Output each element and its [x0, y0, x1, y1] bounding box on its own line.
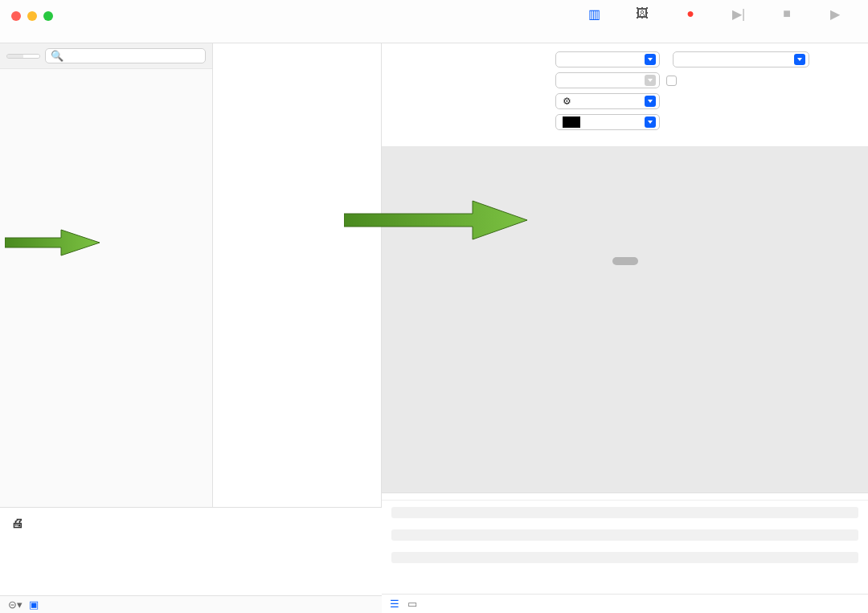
zoom-window-button[interactable]: [43, 11, 53, 21]
popup-input-is[interactable]: [555, 72, 660, 88]
workflow-mode-icon[interactable]: ▣: [29, 599, 39, 611]
search-input[interactable]: [67, 51, 200, 62]
tab-actions[interactable]: [7, 55, 23, 58]
preview-app-icon: 🖨: [11, 516, 23, 529]
log-view-list-icon[interactable]: ☰: [390, 598, 399, 610]
record-button[interactable]: ●: [674, 6, 707, 22]
checkbox-output-replaces[interactable]: [666, 76, 677, 86]
sidebar-bottom-bar: ⊝▾ ▣: [0, 595, 382, 613]
step-icon: ▶|: [729, 6, 748, 21]
popup-receives[interactable]: [555, 51, 660, 67]
run-button[interactable]: ▶: [818, 6, 852, 22]
library-icon: ▥: [584, 6, 604, 21]
log-rows: [382, 501, 868, 594]
library-button[interactable]: ▥: [577, 6, 611, 22]
popup-application[interactable]: [673, 51, 809, 67]
media-icon: 🖼: [633, 6, 652, 21]
options-icon[interactable]: ⊝▾: [8, 599, 23, 611]
stop-button[interactable]: ■: [770, 6, 804, 22]
minimize-window-button[interactable]: [27, 11, 37, 21]
workflow-config: ⚙︎: [382, 43, 868, 146]
popup-image[interactable]: ⚙︎: [555, 93, 660, 109]
step-button[interactable]: ▶|: [722, 6, 755, 22]
popup-color[interactable]: [555, 114, 660, 130]
search-field[interactable]: 🔍: [45, 48, 206, 63]
titlebar: ▥ 🖼 ● ▶| ■ ▶: [0, 0, 868, 43]
stop-icon: ■: [777, 6, 796, 21]
drop-hint: [612, 257, 638, 265]
run-icon: ▶: [825, 6, 845, 21]
media-button[interactable]: 🖼: [625, 6, 659, 22]
window-controls: [11, 11, 53, 21]
log-view-flow-icon[interactable]: ▭: [407, 598, 417, 610]
log-footer: ☰ ▭: [382, 594, 868, 613]
tab-variables[interactable]: [23, 55, 39, 58]
description-panel: 🖨: [0, 507, 382, 595]
segmented-control: [6, 54, 40, 59]
close-window-button[interactable]: [11, 11, 21, 21]
log-panel: ☰ ▭: [382, 492, 868, 613]
workflow-canvas[interactable]: [382, 146, 868, 492]
search-icon: 🔍: [51, 50, 63, 62]
main-panel: ⚙︎ ☰ ▭: [382, 43, 868, 613]
record-icon: ●: [681, 6, 700, 21]
toolbar: ▥ 🖼 ● ▶| ■ ▶: [577, 6, 857, 22]
